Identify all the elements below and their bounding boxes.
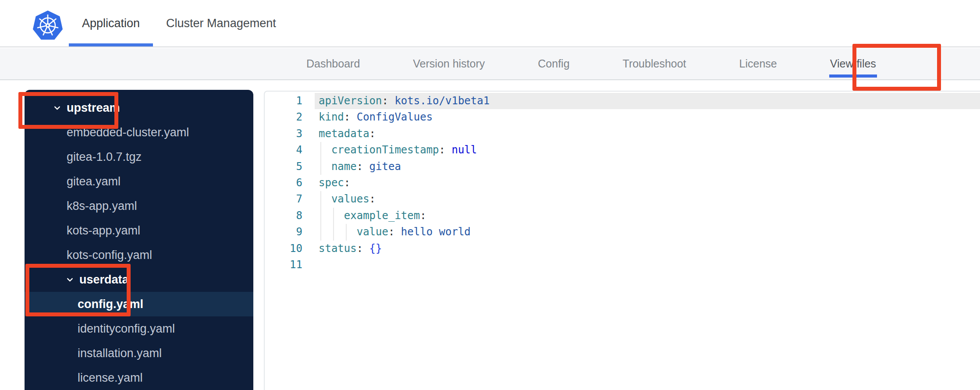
code-line-content: kind: ConfigValues bbox=[265, 109, 980, 125]
file-label: license.yaml bbox=[78, 371, 143, 385]
code-line-content: example_item: bbox=[265, 208, 980, 224]
subnav-tab-troubleshoot[interactable]: Troubleshoot bbox=[622, 48, 687, 79]
header-tabs: ApplicationCluster Management bbox=[69, 0, 289, 46]
folder-label: upstream bbox=[67, 101, 120, 115]
code-line-content: value: hello world bbox=[265, 224, 980, 240]
file-tree-item-installation-yaml[interactable]: installation.yaml bbox=[25, 341, 253, 365]
code-line-content: spec: bbox=[265, 175, 980, 191]
subnav-tab-config[interactable]: Config bbox=[537, 48, 570, 79]
code-line-11: 11 bbox=[265, 257, 980, 273]
code-line-content: values: bbox=[265, 191, 980, 207]
file-tree-item-gitea-yaml[interactable]: gitea.yaml bbox=[25, 169, 253, 194]
line-number: 11 bbox=[265, 257, 302, 273]
file-tree-item-userdata[interactable]: userdata bbox=[25, 267, 253, 292]
file-tree-item-kots-app-yaml[interactable]: kots-app.yaml bbox=[25, 218, 253, 243]
app-subnav: DashboardVersion historyConfigTroublesho… bbox=[0, 48, 980, 80]
file-tree-item-identityconfig-yaml[interactable]: identityconfig.yaml bbox=[25, 316, 253, 341]
file-tree-item-upstream[interactable]: upstream bbox=[25, 96, 253, 120]
header-tab-application[interactable]: Application bbox=[69, 0, 153, 46]
yaml-code-editor[interactable]: 1apiVersion: kots.io/v1beta12kind: Confi… bbox=[264, 91, 980, 390]
code-line-3: 3metadata: bbox=[265, 126, 980, 142]
file-label: kots-config.yaml bbox=[67, 248, 152, 262]
file-tree-item-license-yaml[interactable]: license.yaml bbox=[25, 365, 253, 390]
code-line-content: apiVersion: kots.io/v1beta1 bbox=[265, 93, 980, 109]
code-line-10: 10status: {} bbox=[265, 241, 980, 257]
file-label: kots-app.yaml bbox=[67, 224, 140, 238]
code-line-1: 1apiVersion: kots.io/v1beta1 bbox=[265, 93, 980, 109]
kots-admin-console: ApplicationCluster Management DashboardV… bbox=[0, 0, 980, 390]
code-line-content: creationTimestamp: null bbox=[265, 142, 980, 158]
code-line-8: 8 example_item: bbox=[265, 208, 980, 224]
file-tree-item-config-yaml[interactable]: config.yaml bbox=[25, 292, 253, 316]
code-line-9: 9 value: hello world bbox=[265, 224, 980, 240]
subnav-tab-view-files[interactable]: View files bbox=[829, 48, 877, 79]
file-label: gitea-1.0.7.tgz bbox=[67, 150, 142, 164]
code-line-5: 5 name: gitea bbox=[265, 159, 980, 175]
top-header: ApplicationCluster Management bbox=[0, 0, 980, 47]
header-tab-cluster-management[interactable]: Cluster Management bbox=[153, 0, 289, 46]
subnav-tab-dashboard[interactable]: Dashboard bbox=[305, 48, 361, 79]
subnav-tab-license[interactable]: License bbox=[739, 48, 778, 79]
folder-label: userdata bbox=[79, 273, 129, 287]
code-line-4: 4 creationTimestamp: null bbox=[265, 142, 980, 158]
file-label: installation.yaml bbox=[78, 347, 162, 360]
code-line-7: 7 values: bbox=[265, 191, 980, 207]
file-tree-item-embedded-cluster-yaml[interactable]: embedded-cluster.yaml bbox=[25, 120, 253, 145]
code-line-2: 2kind: ConfigValues bbox=[265, 109, 980, 125]
code-line-content: status: {} bbox=[265, 241, 980, 257]
file-label: gitea.yaml bbox=[67, 175, 121, 188]
code-line-6: 6spec: bbox=[265, 175, 980, 191]
file-tree-item-k8s-app-yaml[interactable]: k8s-app.yaml bbox=[25, 194, 253, 218]
file-label: k8s-app.yaml bbox=[67, 199, 137, 213]
file-label: identityconfig.yaml bbox=[78, 322, 175, 336]
subnav-tab-version-history[interactable]: Version history bbox=[412, 48, 486, 79]
file-tree-sidebar: upstreamembedded-cluster.yamlgitea-1.0.7… bbox=[25, 90, 253, 390]
chevron-down-icon bbox=[53, 103, 62, 113]
subnav-tabs: DashboardVersion historyConfigTroublesho… bbox=[305, 48, 877, 79]
code-line-content: name: gitea bbox=[265, 159, 980, 175]
file-tree-item-gitea-1-0-7-tgz[interactable]: gitea-1.0.7.tgz bbox=[25, 145, 253, 169]
kubernetes-logo-icon bbox=[32, 11, 64, 41]
file-label: embedded-cluster.yaml bbox=[67, 126, 189, 139]
chevron-down-icon bbox=[65, 275, 75, 284]
code-line-content: metadata: bbox=[265, 126, 980, 142]
file-tree-item-kots-config-yaml[interactable]: kots-config.yaml bbox=[25, 243, 253, 267]
file-label: config.yaml bbox=[78, 298, 143, 311]
